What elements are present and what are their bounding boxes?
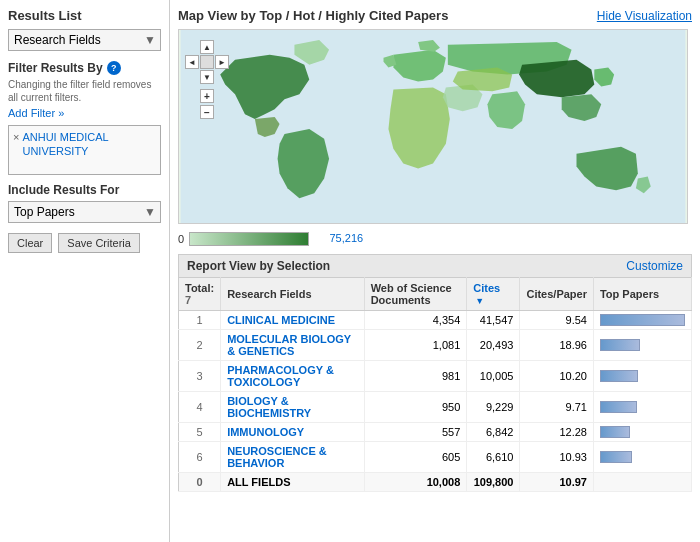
table-row: 6NEUROSCIENCE & BEHAVIOR6056,61010.93 <box>179 442 692 473</box>
remove-filter-icon[interactable]: × <box>13 131 19 143</box>
field-link[interactable]: MOLECULAR BIOLOGY & GENETICS <box>227 333 351 357</box>
report-title: Report View by Selection <box>187 259 330 273</box>
sidebar: Results List Research Fields Authors Sou… <box>0 0 170 542</box>
row-wos: 1,081 <box>364 330 467 361</box>
row-cites: 20,493 <box>467 330 520 361</box>
row-top-papers-bar <box>593 442 691 473</box>
include-dropdown-wrapper: Top Papers Hot Papers Highly Cited Paper… <box>8 201 161 223</box>
map-navigation-controls: ▲ ◄ ► ▼ + − <box>185 40 229 119</box>
nav-center-button[interactable] <box>200 55 214 69</box>
nav-right-button[interactable]: ► <box>215 55 229 69</box>
table-row: 5IMMUNOLOGY5576,84212.28 <box>179 423 692 442</box>
row-wos: 557 <box>364 423 467 442</box>
row-top-papers-bar <box>593 330 691 361</box>
row-field: NEUROSCIENCE & BEHAVIOR <box>221 442 365 473</box>
row-cites-per: 10.93 <box>520 442 594 473</box>
field-link[interactable]: BIOLOGY & BIOCHEMISTRY <box>227 395 311 419</box>
zoom-controls: + − <box>200 89 214 119</box>
results-list-dropdown-wrapper: Research Fields Authors Source Titles Co… <box>8 29 161 51</box>
row-field: PHARMACOLOGY & TOXICOLOGY <box>221 361 365 392</box>
table-row: 1CLINICAL MEDICINE4,35441,5479.54 <box>179 311 692 330</box>
field-link[interactable]: CLINICAL MEDICINE <box>227 314 335 326</box>
filter-box: × ANHUI MEDICAL UNIVERSITY <box>8 125 161 175</box>
table-body: 1CLINICAL MEDICINE4,35441,5479.542MOLECU… <box>179 311 692 492</box>
world-map <box>179 30 687 223</box>
th-total: Total: 7 <box>179 278 221 311</box>
row-cites: 109,800 <box>467 473 520 492</box>
filter-tag: × ANHUI MEDICAL UNIVERSITY <box>13 130 156 159</box>
table-row: 2MOLECULAR BIOLOGY & GENETICS1,08120,493… <box>179 330 692 361</box>
row-number: 4 <box>179 392 221 423</box>
row-field: BIOLOGY & BIOCHEMISTRY <box>221 392 365 423</box>
row-top-papers-bar <box>593 423 691 442</box>
include-results-label: Include Results For <box>8 183 161 197</box>
nav-up-button[interactable]: ▲ <box>200 40 214 54</box>
row-number: 6 <box>179 442 221 473</box>
row-top-papers-bar <box>593 311 691 330</box>
include-results-section: Include Results For Top Papers Hot Paper… <box>8 183 161 223</box>
row-number: 3 <box>179 361 221 392</box>
filter-section: Filter Results By ? Changing the filter … <box>8 61 161 175</box>
th-wos-documents: Web of Science Documents <box>364 278 467 311</box>
th-cites[interactable]: Cites ▼ <box>467 278 520 311</box>
row-field: MOLECULAR BIOLOGY & GENETICS <box>221 330 365 361</box>
data-table: Total: 7 Research Fields Web of Science … <box>178 277 692 492</box>
row-cites-per: 9.71 <box>520 392 594 423</box>
row-cites: 10,005 <box>467 361 520 392</box>
row-field: IMMUNOLOGY <box>221 423 365 442</box>
map-container: ▲ ◄ ► ▼ + − <box>178 29 688 224</box>
save-criteria-button[interactable]: Save Criteria <box>58 233 140 253</box>
row-field: ALL FIELDS <box>221 473 365 492</box>
include-results-dropdown[interactable]: Top Papers Hot Papers Highly Cited Paper… <box>8 201 161 223</box>
customize-link[interactable]: Customize <box>626 259 683 273</box>
report-header: Report View by Selection Customize <box>178 254 692 277</box>
nav-left-button[interactable]: ◄ <box>185 55 199 69</box>
table-row: 4BIOLOGY & BIOCHEMISTRY9509,2299.71 <box>179 392 692 423</box>
row-wos: 4,354 <box>364 311 467 330</box>
clear-button[interactable]: Clear <box>8 233 52 253</box>
hide-visualization-link[interactable]: Hide Visualization <box>597 9 692 23</box>
field-link[interactable]: PHARMACOLOGY & TOXICOLOGY <box>227 364 334 388</box>
field-link[interactable]: IMMUNOLOGY <box>227 426 304 438</box>
table-header-row: Total: 7 Research Fields Web of Science … <box>179 278 692 311</box>
table-row: 3PHARMACOLOGY & TOXICOLOGY98110,00510.20 <box>179 361 692 392</box>
row-cites: 41,547 <box>467 311 520 330</box>
action-buttons: Clear Save Criteria <box>8 233 161 253</box>
th-research-fields: Research Fields <box>221 278 365 311</box>
row-wos: 605 <box>364 442 467 473</box>
th-cites-per-paper: Cites/Paper <box>520 278 594 311</box>
main-content: Map View by Top / Hot / Highly Cited Pap… <box>170 0 700 542</box>
row-number: 0 <box>179 473 221 492</box>
row-cites-per: 9.54 <box>520 311 594 330</box>
row-number: 2 <box>179 330 221 361</box>
row-cites-per: 12.28 <box>520 423 594 442</box>
filter-note: Changing the filter field removes all cu… <box>8 78 161 104</box>
row-top-papers-bar <box>593 392 691 423</box>
add-filter-link[interactable]: Add Filter » <box>8 107 161 119</box>
results-list-dropdown[interactable]: Research Fields Authors Source Titles Co… <box>8 29 161 51</box>
row-top-papers-bar <box>593 361 691 392</box>
row-cites-per: 10.97 <box>520 473 594 492</box>
row-wos: 950 <box>364 392 467 423</box>
row-top-papers-bar <box>593 473 691 492</box>
nav-down-button[interactable]: ▼ <box>200 70 214 84</box>
row-cites: 6,842 <box>467 423 520 442</box>
filter-label: Filter Results By ? <box>8 61 161 75</box>
field-link[interactable]: NEUROSCIENCE & BEHAVIOR <box>227 445 327 469</box>
row-wos: 10,008 <box>364 473 467 492</box>
main-title: Map View by Top / Hot / Highly Cited Pap… <box>178 8 448 23</box>
sidebar-title: Results List <box>8 8 161 23</box>
row-cites-per: 10.20 <box>520 361 594 392</box>
help-icon[interactable]: ? <box>107 61 121 75</box>
row-number: 5 <box>179 423 221 442</box>
row-cites-per: 18.96 <box>520 330 594 361</box>
table-row: 0ALL FIELDS10,008109,80010.97 <box>179 473 692 492</box>
th-top-papers: Top Papers <box>593 278 691 311</box>
row-cites: 9,229 <box>467 392 520 423</box>
gradient-max-label: 75,216 <box>329 232 363 244</box>
filter-tag-text: ANHUI MEDICAL UNIVERSITY <box>22 130 156 159</box>
row-field: CLINICAL MEDICINE <box>221 311 365 330</box>
zoom-in-button[interactable]: + <box>200 89 214 103</box>
zoom-out-button[interactable]: − <box>200 105 214 119</box>
gradient-bar-row: 0 75,216 <box>178 232 692 246</box>
